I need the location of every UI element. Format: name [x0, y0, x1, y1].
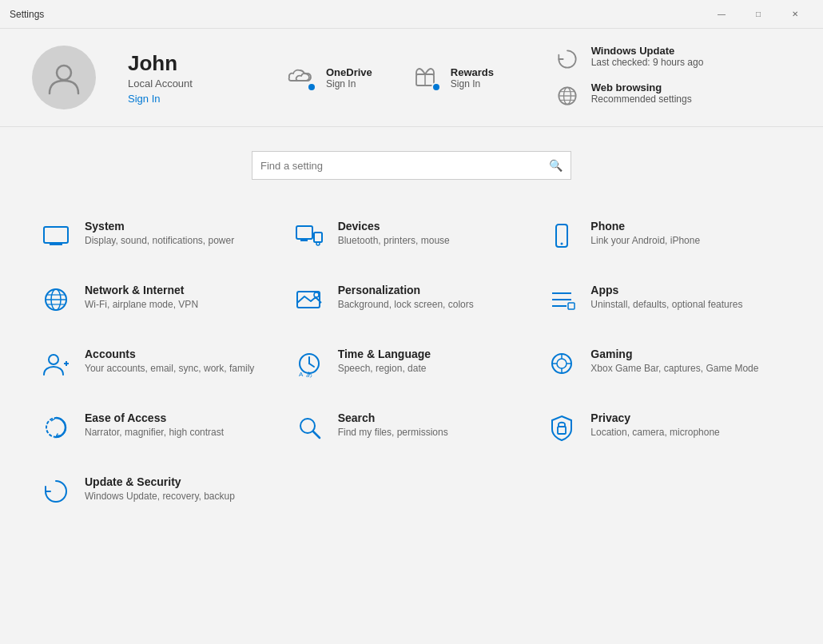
- profile-account-type: Local Account: [128, 78, 224, 89]
- system-text: System Display, sound, notifications, po…: [85, 220, 234, 248]
- minimize-button[interactable]: —: [703, 0, 740, 29]
- settings-grid: System Display, sound, notifications, po…: [0, 196, 823, 523]
- personalization-icon: [293, 284, 325, 316]
- svg-point-22: [314, 292, 319, 297]
- svg-point-0: [57, 66, 71, 80]
- ease-title: Ease of Access: [85, 411, 224, 424]
- devices-title: Devices: [338, 220, 450, 233]
- onedrive-service[interactable]: OneDrive Sign In: [288, 63, 372, 92]
- svg-rect-26: [568, 303, 575, 309]
- time-text: Time & Language Speech, region, date: [338, 348, 431, 376]
- header-updates: Windows Update Last checked: 9 hours ago…: [553, 45, 704, 110]
- windows-update-name: Windows Update: [591, 45, 704, 57]
- phone-sub: Link your Android, iPhone: [590, 234, 700, 248]
- onedrive-text: OneDrive Sign In: [326, 66, 372, 89]
- personalization-sub: Background, lock screen, colors: [338, 298, 474, 312]
- settings-item-time[interactable]: Aあ Time & Language Speech, region, date: [285, 332, 539, 396]
- privacy-text: Privacy Location, camera, microphone: [590, 411, 719, 439]
- svg-point-13: [316, 242, 320, 245]
- close-button[interactable]: ✕: [777, 0, 813, 29]
- ease-sub: Narrator, magnifier, high contrast: [85, 426, 224, 439]
- windows-update-icon: [553, 45, 582, 74]
- svg-line-44: [313, 431, 320, 438]
- rewards-service[interactable]: Rewards Sign In: [412, 63, 497, 92]
- search-icon: [293, 411, 325, 443]
- svg-line-32: [309, 364, 314, 367]
- time-title: Time & Language: [338, 348, 431, 360]
- header-area: John Local Account Sign In OneDrive Sign…: [0, 29, 823, 127]
- search-title: Search: [338, 411, 448, 424]
- network-sub: Wi-Fi, airplane mode, VPN: [85, 298, 198, 312]
- gaming-text: Gaming Xbox Game Bar, captures, Game Mod…: [590, 348, 758, 376]
- phone-text: Phone Link your Android, iPhone: [590, 220, 700, 248]
- time-icon: Aあ: [293, 348, 325, 380]
- ease-icon: [40, 411, 72, 443]
- search-icon[interactable]: 🔍: [549, 159, 563, 172]
- update-security-icon: [40, 475, 72, 507]
- search-text: Search Find my files, permissions: [338, 411, 448, 439]
- svg-point-27: [49, 355, 58, 364]
- app-title: Settings: [10, 9, 44, 20]
- svg-text:A: A: [299, 371, 304, 378]
- maximize-button[interactable]: □: [740, 0, 777, 29]
- apps-icon: [546, 284, 578, 316]
- settings-item-privacy[interactable]: Privacy Location, camera, microphone: [538, 396, 791, 459]
- search-area: 🔍: [0, 127, 823, 196]
- windows-update-sub: Last checked: 9 hours ago: [591, 57, 704, 68]
- gaming-sub: Xbox Game Bar, captures, Game Mode: [590, 362, 758, 376]
- svg-rect-10: [296, 226, 312, 239]
- profile-info: John Local Account Sign In: [128, 51, 224, 105]
- web-browsing-name: Web browsing: [591, 81, 692, 93]
- settings-item-phone[interactable]: Phone Link your Android, iPhone: [538, 204, 791, 268]
- svg-point-36: [557, 359, 567, 368]
- header-services: OneDrive Sign In Rewards Sign In: [288, 63, 497, 92]
- settings-item-search[interactable]: Search Find my files, permissions: [285, 396, 539, 459]
- settings-item-system[interactable]: System Display, sound, notifications, po…: [32, 204, 285, 268]
- settings-item-ease[interactable]: Ease of Access Narrator, magnifier, high…: [32, 396, 285, 459]
- windows-update-item[interactable]: Windows Update Last checked: 9 hours ago: [553, 45, 704, 74]
- settings-item-personalization[interactable]: Personalization Background, lock screen,…: [285, 268, 539, 332]
- network-text: Network & Internet Wi-Fi, airplane mode,…: [85, 284, 198, 312]
- search-input[interactable]: [260, 160, 549, 172]
- personalization-title: Personalization: [338, 284, 474, 296]
- web-browsing-text: Web browsing Recommended settings: [591, 81, 692, 105]
- svg-rect-7: [44, 227, 68, 243]
- windows-update-text: Windows Update Last checked: 9 hours ago: [591, 45, 704, 68]
- update-security-title: Update & Security: [85, 475, 235, 488]
- gaming-title: Gaming: [590, 348, 758, 360]
- rewards-text: Rewards Sign In: [451, 66, 494, 89]
- apps-text: Apps Uninstall, defaults, optional featu…: [590, 284, 742, 312]
- settings-item-network[interactable]: Network & Internet Wi-Fi, airplane mode,…: [32, 268, 285, 332]
- accounts-title: Accounts: [85, 348, 254, 360]
- privacy-title: Privacy: [590, 411, 719, 424]
- settings-item-accounts[interactable]: Accounts Your accounts, email, sync, wor…: [32, 332, 285, 396]
- settings-item-gaming[interactable]: Gaming Xbox Game Bar, captures, Game Mod…: [538, 332, 791, 396]
- update-security-text: Update & Security Windows Update, recove…: [85, 475, 235, 503]
- devices-sub: Bluetooth, printers, mouse: [338, 234, 450, 248]
- accounts-sub: Your accounts, email, sync, work, family: [85, 362, 254, 376]
- web-browsing-sub: Recommended settings: [591, 93, 692, 105]
- web-browsing-item[interactable]: Web browsing Recommended settings: [553, 81, 704, 110]
- settings-item-devices[interactable]: Devices Bluetooth, printers, mouse: [285, 204, 539, 268]
- titlebar: Settings — □ ✕: [0, 0, 823, 29]
- rewards-name: Rewards: [451, 66, 494, 78]
- ease-text: Ease of Access Narrator, magnifier, high…: [85, 411, 224, 439]
- apps-sub: Uninstall, defaults, optional features: [590, 298, 742, 312]
- accounts-icon: [40, 348, 72, 380]
- settings-item-update-security[interactable]: Update & Security Windows Update, recove…: [32, 459, 285, 523]
- onedrive-sub: Sign In: [326, 78, 372, 89]
- svg-rect-11: [314, 233, 322, 242]
- svg-point-15: [561, 243, 563, 245]
- settings-item-apps[interactable]: Apps Uninstall, defaults, optional featu…: [538, 268, 791, 332]
- search-box: 🔍: [252, 151, 571, 180]
- devices-icon: [293, 220, 325, 252]
- onedrive-name: OneDrive: [326, 66, 372, 78]
- svg-rect-45: [558, 427, 566, 434]
- profile-name: John: [128, 51, 224, 76]
- web-browsing-icon: [553, 81, 582, 110]
- profile-signin-link[interactable]: Sign In: [128, 93, 224, 105]
- onedrive-dot: [307, 82, 316, 92]
- network-icon: [40, 284, 72, 316]
- apps-title: Apps: [590, 284, 742, 296]
- gaming-icon: [546, 348, 578, 380]
